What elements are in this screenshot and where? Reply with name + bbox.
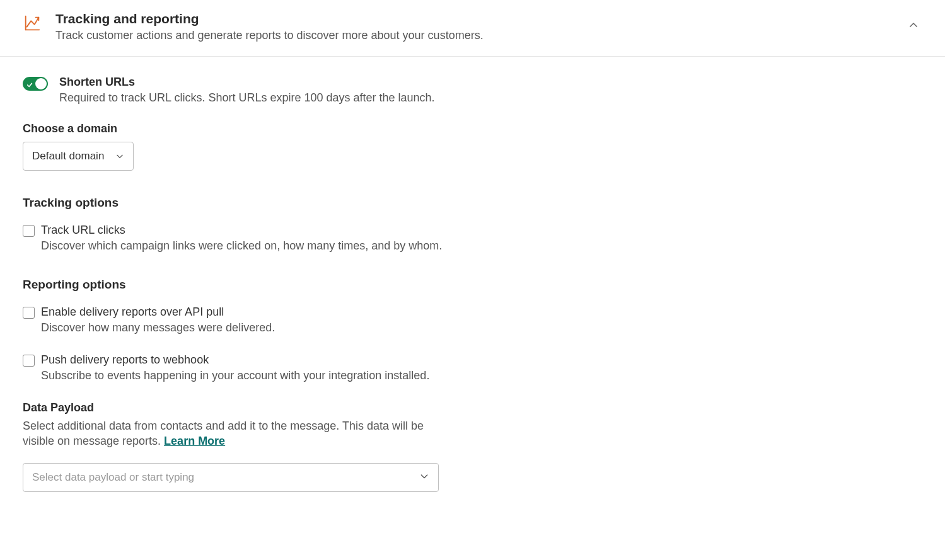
- reporting-options-heading: Reporting options: [23, 278, 922, 292]
- section-subtitle: Track customer actions and generate repo…: [55, 29, 905, 42]
- api-pull-text: Enable delivery reports over API pull Di…: [41, 306, 275, 334]
- chevron-down-icon: [115, 152, 124, 161]
- track-url-clicks-title: Track URL clicks: [41, 224, 442, 237]
- data-payload-desc: Select additional data from contacts and…: [23, 418, 439, 449]
- data-payload-combobox[interactable]: Select data payload or start typing: [23, 463, 439, 492]
- toggle-knob: [35, 78, 47, 89]
- shorten-urls-desc: Required to track URL clicks. Short URLs…: [59, 91, 435, 105]
- webhook-text: Push delivery reports to webhook Subscri…: [41, 353, 429, 382]
- choose-domain-value: Default domain: [32, 150, 104, 163]
- choose-domain-label: Choose a domain: [23, 122, 922, 135]
- api-pull-row: Enable delivery reports over API pull Di…: [23, 306, 922, 334]
- section-titles: Tracking and reporting Track customer ac…: [55, 11, 905, 42]
- tracking-chart-icon: [23, 14, 42, 33]
- toggle-check-icon: [26, 79, 33, 86]
- section-header: Tracking and reporting Track customer ac…: [0, 0, 945, 57]
- webhook-title: Push delivery reports to webhook: [41, 353, 429, 367]
- webhook-desc: Subscribe to events happening in your ac…: [41, 369, 429, 382]
- api-pull-title: Enable delivery reports over API pull: [41, 306, 275, 319]
- track-url-clicks-row: Track URL clicks Discover which campaign…: [23, 224, 922, 253]
- learn-more-link[interactable]: Learn More: [164, 435, 225, 447]
- webhook-row: Push delivery reports to webhook Subscri…: [23, 353, 922, 382]
- track-url-clicks-text: Track URL clicks Discover which campaign…: [41, 224, 442, 253]
- shorten-urls-text: Shorten URLs Required to track URL click…: [59, 76, 435, 105]
- data-payload-label: Data Payload: [23, 401, 922, 414]
- choose-domain-select[interactable]: Default domain: [23, 142, 134, 171]
- track-url-clicks-desc: Discover which campaign links were click…: [41, 239, 442, 253]
- chevron-down-icon: [419, 471, 429, 484]
- api-pull-desc: Discover how many messages were delivere…: [41, 321, 275, 334]
- collapse-chevron-icon[interactable]: [905, 16, 922, 34]
- data-payload-placeholder: Select data payload or start typing: [32, 471, 194, 484]
- shorten-urls-row: Shorten URLs Required to track URL click…: [23, 76, 922, 105]
- webhook-checkbox[interactable]: [23, 355, 35, 367]
- section-title: Tracking and reporting: [55, 11, 905, 26]
- track-url-clicks-checkbox[interactable]: [23, 225, 35, 237]
- shorten-urls-title: Shorten URLs: [59, 76, 435, 89]
- shorten-urls-toggle[interactable]: [23, 77, 48, 91]
- api-pull-checkbox[interactable]: [23, 307, 35, 319]
- tracking-options-heading: Tracking options: [23, 196, 922, 210]
- section-body: Shorten URLs Required to track URL click…: [0, 57, 945, 517]
